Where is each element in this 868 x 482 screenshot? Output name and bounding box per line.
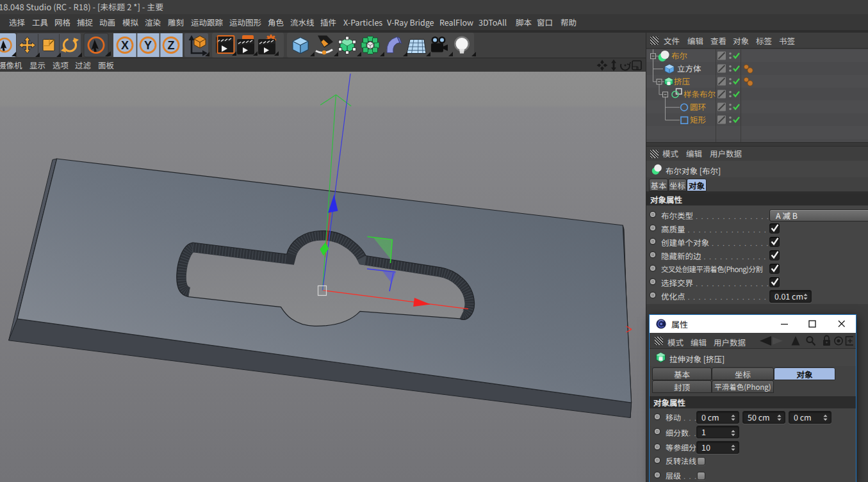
svg-text:样条布尔: 样条布尔 [684, 88, 716, 100]
svg-text:布尔: 布尔 [671, 49, 687, 61]
svg-text:立方体: 立方体 [677, 62, 701, 74]
svg-text:Z: Z [168, 39, 175, 52]
svg-text:圆环: 圆环 [690, 100, 706, 113]
svg-text:挤压: 挤压 [674, 75, 690, 87]
svg-text:X: X [121, 39, 129, 52]
svg-text:矩形: 矩形 [690, 113, 707, 125]
svg-text:Y: Y [144, 39, 152, 52]
